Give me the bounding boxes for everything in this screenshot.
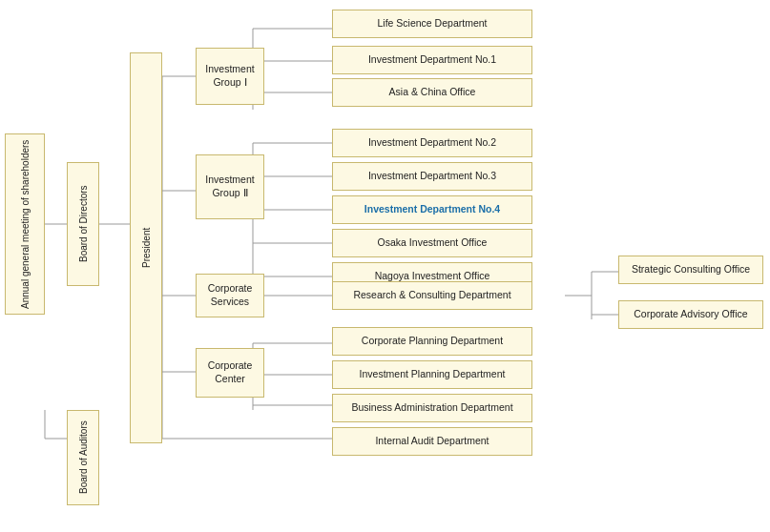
corp-center-box: Corporate Center: [196, 348, 264, 398]
inv-group2-box: Investment Group Ⅱ: [196, 154, 264, 219]
asia-china-box: Asia & China Office: [332, 78, 532, 107]
corp-planning-box: Corporate Planning Department: [332, 327, 532, 356]
internal-audit-box: Internal Audit Department: [332, 427, 532, 456]
inv-dept3-box: Investment Department No.3: [332, 162, 532, 191]
president-box: President: [130, 52, 162, 443]
life-science-box: Life Science Department: [332, 10, 532, 38]
board-directors-box: Board of Directors: [67, 162, 99, 286]
osaka-inv-box: Osaka Investment Office: [332, 229, 532, 257]
business-admin-box: Business Administration Department: [332, 394, 532, 422]
research-consulting-box: Research & Consulting Department: [332, 281, 532, 310]
inv-group1-box: Investment Group Ⅰ: [196, 48, 264, 105]
inv-planning-box: Investment Planning Department: [332, 360, 532, 389]
inv-dept2-box: Investment Department No.2: [332, 129, 532, 157]
org-chart: Annual general meeting of shareholders B…: [0, 0, 770, 532]
inv-dept4-box: Investment Department No.4: [332, 195, 532, 224]
board-auditors-box: Board of Auditors: [67, 410, 99, 505]
corp-services-box: Corporate Services: [196, 274, 264, 317]
annual-meeting-box: Annual general meeting of shareholders: [5, 133, 45, 315]
strategic-consulting-box: Strategic Consulting Office: [618, 256, 763, 284]
inv-dept1-box: Investment Department No.1: [332, 46, 532, 74]
corp-advisory-box: Corporate Advisory Office: [618, 300, 763, 329]
